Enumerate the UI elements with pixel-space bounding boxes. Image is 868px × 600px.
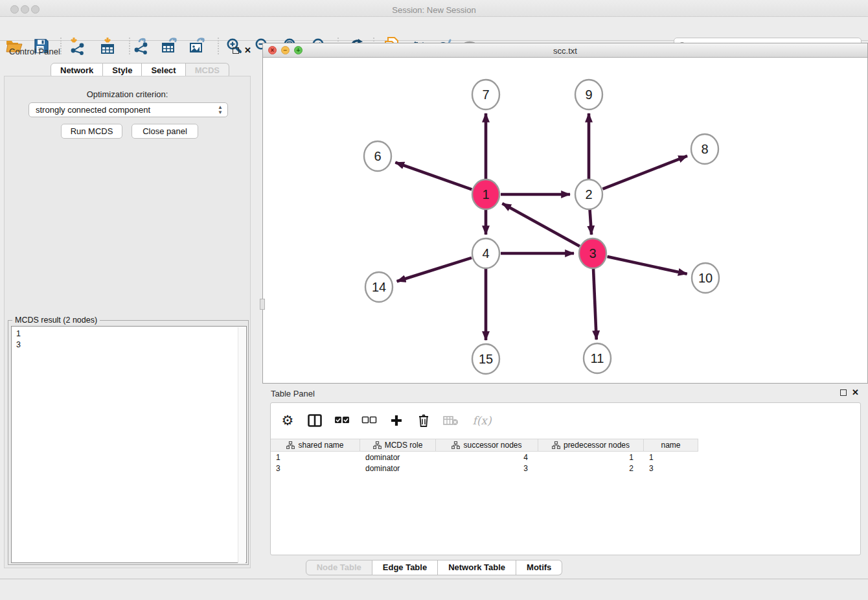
run-mcds-button[interactable]: Run MCDS	[61, 124, 122, 139]
table-panel-title: Table Panel	[271, 389, 315, 398]
svg-text:15: 15	[479, 352, 493, 366]
session-title: Session: New Session	[0, 5, 868, 15]
cell-MCDS-role[interactable]: dominator	[365, 453, 400, 462]
svg-text:3: 3	[589, 246, 596, 260]
settings-gear-icon[interactable]: ⚙	[279, 411, 297, 430]
network-window-titlebar[interactable]: × − + scc.txt	[263, 43, 867, 58]
table-header-row: shared nameMCDS rolesuccessor nodesprede…	[271, 439, 698, 452]
control-panel-window-buttons: ✕	[233, 47, 251, 54]
svg-text:8: 8	[701, 142, 708, 156]
column-header-successor-nodes[interactable]: successor nodes	[436, 439, 538, 451]
graph-edge-2-8[interactable]	[602, 156, 687, 189]
float-panel-icon[interactable]	[840, 389, 847, 396]
close-panel-button[interactable]: Close panel	[131, 124, 198, 139]
tab-motifs[interactable]: Motifs	[516, 560, 562, 575]
network-view-window: × − + scc.txt 7968124314101511	[262, 43, 868, 384]
graph-edge-1-6[interactable]	[395, 163, 472, 190]
cell-successor-nodes[interactable]: 3	[436, 464, 528, 473]
column-header-MCDS-role[interactable]: MCDS role	[360, 439, 436, 451]
app-titlebar: Session: New Session	[0, 0, 868, 17]
graph-node-3[interactable]: 3	[579, 238, 606, 268]
graph-edge-2-3[interactable]	[590, 209, 592, 235]
mcds-result-title: MCDS result (2 nodes)	[12, 316, 100, 325]
graph-node-10[interactable]: 10	[692, 263, 719, 293]
panel-splitter-handle[interactable]	[260, 299, 265, 310]
graph-node-14[interactable]: 14	[365, 272, 393, 302]
toolbar-separator	[218, 38, 219, 54]
result-scrollbar[interactable]	[238, 327, 246, 563]
svg-text:6: 6	[374, 149, 381, 163]
table-row-1[interactable]: 1dominator411	[271, 452, 698, 463]
svg-text:11: 11	[591, 351, 604, 365]
graph-node-15[interactable]: 15	[472, 344, 499, 374]
status-bar: Memory	[0, 579, 868, 600]
graph-edge-3-11[interactable]	[593, 268, 597, 340]
mcds-result-group: MCDS result (2 nodes) 1 3	[8, 320, 249, 565]
graph-node-7[interactable]: 7	[472, 80, 499, 110]
graph-edge-3-1[interactable]	[502, 203, 579, 246]
cell-name[interactable]: 3	[649, 464, 654, 473]
select-all-checkboxes-icon[interactable]	[333, 411, 351, 430]
tab-edge-table[interactable]: Edge Table	[372, 560, 438, 575]
toolbar-separator	[129, 38, 130, 54]
close-panel-icon[interactable]: ✕	[244, 47, 251, 54]
graph-node-9[interactable]: 9	[575, 80, 602, 110]
tab-node-table[interactable]: Node Table	[306, 560, 372, 575]
table-row-2[interactable]: 3dominator323	[271, 463, 698, 474]
criterion-value: strongly connected component	[36, 105, 150, 115]
export-table-icon[interactable]	[160, 36, 179, 56]
table-toolbar: ⚙ f(x)	[271, 403, 860, 438]
deselect-checkboxes-icon[interactable]	[360, 411, 378, 430]
column-header-predecessor-nodes[interactable]: predecessor nodes	[538, 439, 644, 451]
dropdown-stepper-icon: ▲▼	[218, 105, 223, 115]
svg-text:1: 1	[482, 187, 489, 202]
import-table-icon[interactable]	[98, 36, 117, 56]
delete-row-icon[interactable]	[415, 411, 433, 430]
main-toolbar	[0, 17, 868, 41]
cell-shared-name[interactable]: 1	[276, 453, 280, 462]
column-header-shared-name[interactable]: shared name	[271, 439, 360, 451]
cell-MCDS-role[interactable]: dominator	[365, 464, 400, 473]
float-panel-icon[interactable]	[233, 47, 239, 54]
column-header-name[interactable]: name	[644, 439, 698, 451]
add-row-icon[interactable]	[387, 411, 405, 430]
cell-name[interactable]: 1	[649, 453, 654, 462]
cell-successor-nodes[interactable]: 4	[436, 453, 528, 462]
optimization-criterion-label: Optimization criterion:	[0, 89, 255, 99]
graph-node-6[interactable]: 6	[364, 141, 391, 171]
graph-node-11[interactable]: 11	[584, 343, 611, 373]
svg-text:14: 14	[372, 280, 386, 294]
delete-column-icon[interactable]	[442, 411, 460, 430]
svg-text:9: 9	[585, 87, 592, 102]
function-builder-icon[interactable]: f(x)	[469, 411, 495, 430]
svg-text:10: 10	[698, 271, 713, 285]
control-panel-title: Control Panel	[9, 47, 60, 56]
graph-edge-4-14[interactable]	[397, 258, 472, 281]
graph-node-4[interactable]: 4	[472, 238, 499, 268]
svg-text:7: 7	[482, 87, 489, 102]
graph-edge-3-10[interactable]	[607, 257, 687, 274]
network-canvas[interactable]: 7968124314101511	[263, 58, 867, 383]
tab-network-table[interactable]: Network Table	[438, 560, 516, 575]
column-layout-icon[interactable]	[306, 411, 324, 430]
criterion-dropdown[interactable]: strongly connected component ▲▼	[29, 102, 228, 117]
graph-node-1[interactable]: 1	[472, 179, 499, 209]
cell-predecessor-nodes[interactable]: 2	[538, 464, 634, 473]
graph-node-2[interactable]: 2	[575, 179, 602, 209]
cell-shared-name[interactable]: 3	[276, 464, 280, 473]
mcds-result-text[interactable]: 1 3	[11, 326, 247, 563]
export-image-icon[interactable]	[188, 36, 207, 56]
table-panel-tabs: Node Table Edge Table Network Table Moti…	[0, 560, 868, 575]
export-network-icon[interactable]	[132, 36, 152, 56]
node-table-container: ⚙ f(x) shared nameMCDS rolesuccessor nod…	[270, 402, 861, 555]
import-network-icon[interactable]	[68, 36, 87, 56]
graph-node-8[interactable]: 8	[691, 134, 718, 164]
close-panel-icon[interactable]: ✕	[852, 389, 859, 396]
svg-text:2: 2	[585, 187, 592, 202]
toolbar-separator	[60, 38, 62, 54]
svg-text:4: 4	[482, 246, 489, 260]
table-panel-window-buttons: ✕	[840, 389, 859, 396]
cell-predecessor-nodes[interactable]: 1	[538, 453, 634, 462]
network-title: scc.txt	[263, 46, 867, 56]
